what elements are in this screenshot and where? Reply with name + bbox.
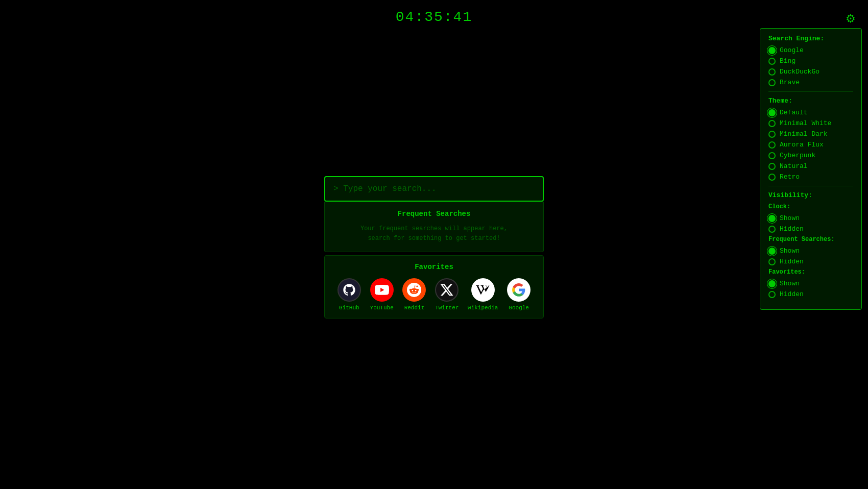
- clock-shown-label: Shown: [780, 214, 800, 222]
- twitter-label: Twitter: [435, 305, 459, 311]
- search-engine-google-radio[interactable]: [768, 47, 776, 54]
- clock-hidden-label: Hidden: [780, 225, 804, 233]
- fav-shown-radio[interactable]: [768, 280, 776, 287]
- theme-default[interactable]: Default: [768, 109, 853, 116]
- settings-panel: Search Engine: Google Bing DuckDuckGo Br…: [760, 28, 862, 310]
- search-engine-ddg-radio[interactable]: [768, 68, 776, 76]
- favorite-reddit[interactable]: Reddit: [402, 278, 426, 311]
- favorites-panel: Favorites GitHub YouTube: [324, 255, 544, 319]
- favorite-github[interactable]: GitHub: [337, 278, 361, 311]
- clock-visibility-label: Clock:: [768, 203, 853, 210]
- theme-minimal-dark-radio[interactable]: [768, 131, 776, 138]
- search-engine-bing-radio[interactable]: [768, 58, 776, 65]
- theme-minimal-white-radio[interactable]: [768, 120, 776, 127]
- search-engine-title: Search Engine:: [768, 35, 853, 42]
- theme-minimal-dark-label: Minimal Dark: [780, 130, 828, 138]
- theme-aurora-flux[interactable]: Aurora Flux: [768, 141, 853, 149]
- freq-shown-radio[interactable]: [768, 248, 776, 255]
- theme-minimal-white[interactable]: Minimal White: [768, 119, 853, 127]
- favorite-google[interactable]: Google: [507, 278, 531, 311]
- clock-hidden[interactable]: Hidden: [768, 225, 853, 233]
- theme-title: Theme:: [768, 97, 853, 105]
- visibility-title: Visibility:: [768, 191, 853, 199]
- github-icon: [337, 278, 361, 302]
- youtube-label: YouTube: [370, 305, 394, 311]
- fav-hidden-label: Hidden: [780, 290, 804, 298]
- wikipedia-icon: [471, 278, 495, 302]
- search-engine-ddg[interactable]: DuckDuckGo: [768, 68, 853, 76]
- fav-shown-label: Shown: [780, 280, 800, 287]
- frequent-searches-title: Frequent Searches: [333, 210, 535, 218]
- favorites-hidden[interactable]: Hidden: [768, 290, 853, 298]
- google-icon: [507, 278, 531, 302]
- theme-natural-label: Natural: [780, 162, 808, 170]
- fav-hidden-radio[interactable]: [768, 291, 776, 298]
- settings-button[interactable]: ⚙: [846, 12, 856, 26]
- google-label: Google: [509, 305, 529, 311]
- theme-natural-radio[interactable]: [768, 163, 776, 170]
- favorites-grid: GitHub YouTube Reddit: [333, 278, 535, 311]
- wikipedia-label: Wikipedia: [468, 305, 498, 311]
- favorites-shown[interactable]: Shown: [768, 280, 853, 287]
- reddit-label: Reddit: [404, 305, 425, 311]
- search-engine-bing-label: Bing: [780, 57, 795, 65]
- theme-natural[interactable]: Natural: [768, 162, 853, 170]
- search-engine-brave-label: Brave: [780, 79, 800, 86]
- clock-display: 04:35:41: [396, 9, 472, 25]
- theme-default-label: Default: [780, 109, 808, 116]
- github-label: GitHub: [339, 305, 359, 311]
- search-engine-brave-radio[interactable]: [768, 79, 776, 86]
- clock-shown-radio[interactable]: [768, 215, 776, 222]
- freq-hidden-radio[interactable]: [768, 258, 776, 265]
- search-engine-bing[interactable]: Bing: [768, 57, 853, 65]
- search-engine-google[interactable]: Google: [768, 46, 853, 54]
- youtube-icon: [370, 278, 394, 302]
- search-engine-brave[interactable]: Brave: [768, 79, 853, 86]
- favorite-wikipedia[interactable]: Wikipedia: [468, 278, 498, 311]
- search-engine-google-label: Google: [780, 46, 804, 54]
- theme-cyberpunk-label: Cyberpunk: [780, 152, 815, 159]
- frequent-searches-visibility-label: Frequent Searches:: [768, 236, 853, 243]
- freq-hidden-label: Hidden: [780, 258, 804, 265]
- theme-minimal-white-label: Minimal White: [780, 119, 831, 127]
- favorites-visibility-label: Favorites:: [768, 268, 853, 276]
- search-engine-ddg-label: DuckDuckGo: [780, 68, 819, 76]
- favorite-youtube[interactable]: YouTube: [370, 278, 394, 311]
- twitter-icon: [435, 278, 459, 302]
- frequent-searches-panel: Frequent Searches Your frequent searches…: [324, 202, 544, 252]
- frequent-searches-shown[interactable]: Shown: [768, 247, 853, 255]
- freq-shown-label: Shown: [780, 247, 800, 255]
- theme-retro-label: Retro: [780, 173, 800, 181]
- main-content: Frequent Searches Your frequent searches…: [324, 176, 544, 319]
- reddit-icon: [402, 278, 426, 302]
- theme-cyberpunk-radio[interactable]: [768, 152, 776, 159]
- favorites-title: Favorites: [333, 263, 535, 271]
- search-input[interactable]: [324, 176, 544, 202]
- theme-minimal-dark[interactable]: Minimal Dark: [768, 130, 853, 138]
- frequent-searches-hidden[interactable]: Hidden: [768, 258, 853, 265]
- frequent-searches-message: Your frequent searches will appear here,…: [333, 224, 535, 243]
- theme-default-radio[interactable]: [768, 109, 776, 116]
- favorite-twitter[interactable]: Twitter: [435, 278, 459, 311]
- theme-aurora-flux-radio[interactable]: [768, 141, 776, 149]
- clock-shown[interactable]: Shown: [768, 214, 853, 222]
- theme-cyberpunk[interactable]: Cyberpunk: [768, 152, 853, 159]
- theme-aurora-flux-label: Aurora Flux: [780, 141, 824, 149]
- theme-retro-radio[interactable]: [768, 174, 776, 181]
- theme-retro[interactable]: Retro: [768, 173, 853, 181]
- clock-hidden-radio[interactable]: [768, 226, 776, 233]
